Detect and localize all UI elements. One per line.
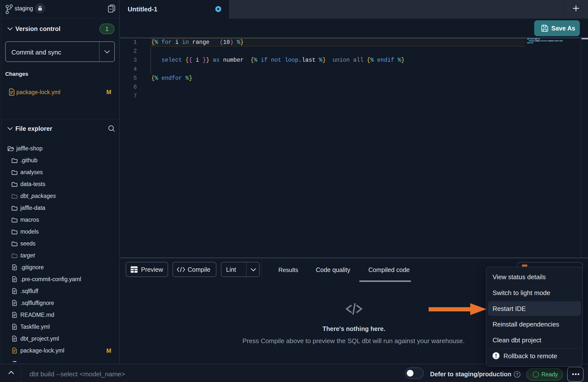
svg-text:?: ?	[516, 372, 518, 377]
